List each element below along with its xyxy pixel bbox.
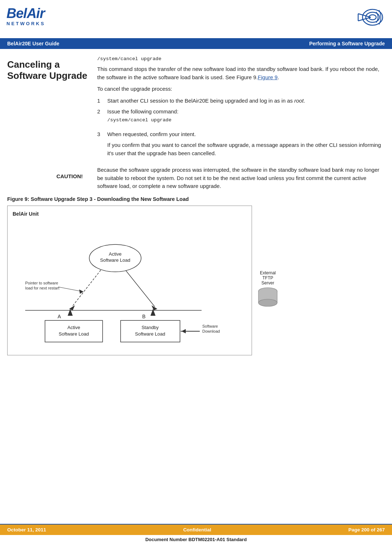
step-1: 1 Start another CLI session to the BelAi… <box>97 97 382 105</box>
header-logo-icon <box>351 6 383 35</box>
diagram-svg: Active Software Load Pointer to software… <box>14 238 245 350</box>
svg-text:Software: Software <box>202 324 218 328</box>
external-tftp-area: External TFTP Server <box>257 270 279 308</box>
footer: October 11, 2011 Confidential Page 200 o… <box>0 524 392 544</box>
figure9-link[interactable]: Figure 9 <box>258 74 278 80</box>
right-col: /system/cancel upgrade This command stop… <box>94 49 392 166</box>
tftp-server-icon <box>257 287 279 307</box>
step-2: 2 Issue the following command: /system/c… <box>97 108 382 127</box>
step2-code: /system/cancel upgrade <box>107 117 382 124</box>
to-cancel-para: To cancel the upgrade process: <box>97 85 382 93</box>
caution-text: Because the software upgrade process was… <box>97 166 382 190</box>
nav-bar: BelAir20E User Guide Performing a Softwa… <box>0 38 392 49</box>
caution-row: CAUTION! Because the software upgrade pr… <box>0 166 392 196</box>
main-content: Canceling a Software Upgrade /system/can… <box>0 49 392 166</box>
svg-text:B: B <box>142 314 145 319</box>
caution-content: Because the software upgrade process was… <box>94 166 392 196</box>
figure-title: Figure 9: Software Upgrade Step 3 - Down… <box>7 196 382 202</box>
logo-area: BelAir NETWORKS <box>6 6 45 26</box>
left-col: Canceling a Software Upgrade <box>0 49 94 166</box>
footer-main: October 11, 2011 Confidential Page 200 o… <box>0 525 392 535</box>
page-header: BelAir NETWORKS <box>0 0 392 38</box>
svg-marker-29 <box>181 329 186 333</box>
svg-point-34 <box>258 299 277 306</box>
svg-text:Active: Active <box>67 325 80 330</box>
svg-text:Software Load: Software Load <box>135 331 165 337</box>
footer-right: Page 200 of 267 <box>348 527 385 532</box>
footer-doc: Document Number BDTM02201-A01 Standard <box>0 535 392 544</box>
caution-label: CAUTION! <box>7 173 90 179</box>
step-3: 3 When requested, confirm your intent. <box>97 130 382 139</box>
steps-list: 1 Start another CLI session to the BelAi… <box>97 97 382 139</box>
figure-container: BelAir Unit Active Software Load Pointer… <box>7 206 382 355</box>
footer-center: Confidential <box>183 527 211 532</box>
svg-text:load for next restart: load for next restart <box>25 286 59 290</box>
step3-subpara: If you confirm that you want to cancel t… <box>107 141 382 157</box>
figure-area: Figure 9: Software Upgrade Step 3 - Down… <box>0 196 392 399</box>
svg-line-11 <box>126 271 155 307</box>
svg-text:Download: Download <box>202 329 220 333</box>
logo-belair: BelAir <box>6 6 45 20</box>
svg-text:Software Load: Software Load <box>59 331 89 337</box>
svg-marker-21 <box>150 309 156 316</box>
svg-line-3 <box>358 14 371 17</box>
logo-networks: NETWORKS <box>6 21 45 26</box>
footer-left: October 11, 2011 <box>7 527 46 532</box>
svg-text:Software Load: Software Load <box>100 257 130 263</box>
root-label: root <box>294 98 304 104</box>
caution-label-col: CAUTION! <box>0 166 94 196</box>
nav-left: BelAir20E User Guide <box>7 41 59 46</box>
svg-text:Standby: Standby <box>141 325 159 330</box>
belairunit-label: BelAir Unit <box>13 211 247 217</box>
svg-line-4 <box>358 17 371 21</box>
svg-text:A: A <box>58 314 61 319</box>
section-title: Canceling a Software Upgrade <box>7 59 90 81</box>
svg-text:Pointer to software: Pointer to software <box>25 281 58 285</box>
figure-box: BelAir Unit Active Software Load Pointer… <box>7 206 252 355</box>
para1: This command stops the transfer of the n… <box>97 65 382 81</box>
svg-text:Active: Active <box>109 251 121 257</box>
nav-right: Performing a Software Upgrade <box>309 41 385 46</box>
svg-line-15 <box>58 287 83 292</box>
external-tftp-label: External TFTP Server <box>257 270 279 286</box>
command-block: /system/cancel upgrade <box>97 56 382 62</box>
svg-line-9 <box>72 270 101 307</box>
